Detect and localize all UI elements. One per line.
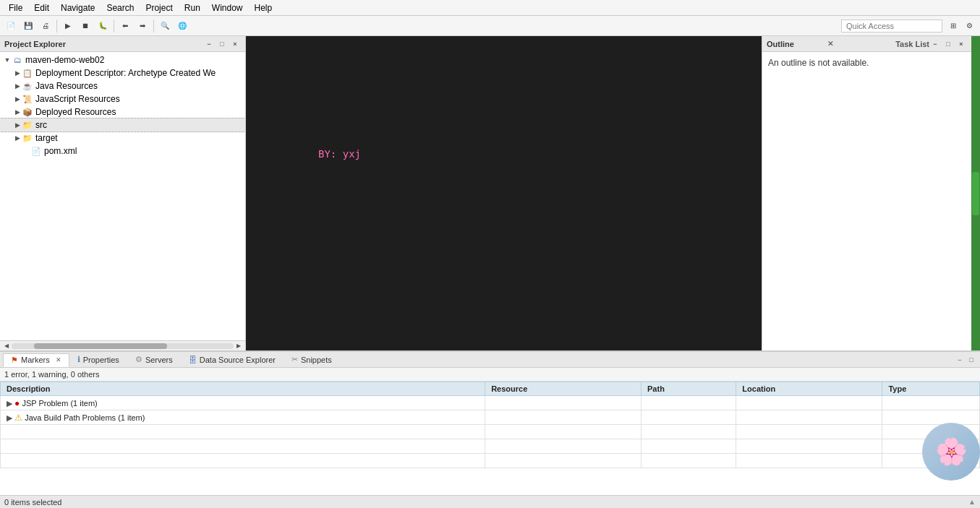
quick-access-input[interactable] [841, 20, 942, 33]
markers-close-icon[interactable]: ✕ [56, 356, 61, 363]
dd-icon: 📋 [22, 67, 33, 79]
jr-label: Java Resources [35, 81, 98, 91]
row2-path [642, 410, 736, 425]
task-list-tab[interactable]: Task List [895, 40, 929, 48]
toolbar-back[interactable]: ⬅ [117, 18, 133, 34]
warning-icon: ⚠ [14, 413, 22, 423]
close-outline[interactable]: × [955, 38, 967, 50]
main-area: Project Explorer − □ × ▼ 🗂 maven-demo-we… [0, 36, 980, 350]
table-row: ▶ ⚠ Java Build Path Problems (1 item) [1, 410, 980, 425]
toolbar-debug[interactable]: 🐛 [95, 18, 111, 34]
close-project-explorer[interactable]: × [229, 38, 241, 50]
project-explorer: Project Explorer − □ × ▼ 🗂 maven-demo-we… [0, 36, 246, 350]
editor-content[interactable]: BY: yxj [246, 36, 762, 350]
bottom-panel: ⚑ Markers ✕ ℹ Properties ⚙ Servers 🗄 Dat… [0, 350, 980, 495]
project-tree: ▼ 🗂 maven-demo-web02 ▶ 📋 Deployment Desc… [0, 52, 245, 340]
scroll-thumb[interactable] [34, 343, 167, 349]
maximize-project-explorer[interactable]: □ [216, 38, 228, 50]
tree-item-java-resources[interactable]: ▶ ☕ Java Resources [0, 79, 245, 92]
markers-header-row: Description Resource Path Location Type [1, 382, 980, 396]
tree-item-target[interactable]: ▶ 📁 target [0, 132, 245, 145]
toolbar-stop[interactable]: ⏹ [77, 18, 93, 34]
row2-resource [485, 410, 642, 425]
menu-search[interactable]: Search [101, 1, 140, 14]
avatar-decoration: 🌸 [922, 423, 980, 481]
pom-icon: 📄 [30, 145, 42, 157]
toolbar-forward[interactable]: ➡ [135, 18, 150, 34]
toolbar-print[interactable]: 🖨 [38, 18, 54, 34]
row1-location [736, 396, 882, 410]
toolbar-sep-2 [114, 20, 114, 33]
snippets-icon: ✂ [291, 355, 298, 364]
jr-icon: ☕ [22, 80, 33, 92]
bottom-minimize[interactable]: − [954, 354, 966, 366]
row2-expand[interactable]: ▶ [7, 413, 12, 422]
menu-navigate[interactable]: Navigate [55, 1, 101, 14]
scroll-left[interactable]: ◀ [1, 341, 12, 351]
dd-arrow: ▶ [13, 69, 22, 77]
col-path[interactable]: Path [642, 382, 736, 396]
project-icon: 🗂 [12, 54, 23, 66]
tab-properties[interactable]: ℹ Properties [69, 353, 127, 366]
tree-root[interactable]: ▼ 🗂 maven-demo-web02 [0, 53, 245, 66]
status-right: ▲ [968, 498, 976, 506]
col-description[interactable]: Description [1, 382, 485, 396]
tree-item-deployed-resources[interactable]: ▶ 📦 Deployed Resources [0, 106, 245, 119]
project-explorer-title: Project Explorer [4, 40, 203, 48]
tab-servers[interactable]: ⚙ Servers [127, 353, 181, 366]
toolbar-search[interactable]: 🔍 [157, 18, 173, 34]
menu-project[interactable]: Project [140, 1, 178, 14]
toolbar-perspectives[interactable]: ⊞ [945, 18, 961, 34]
empty-row-3 [1, 454, 980, 468]
scroll-track[interactable] [12, 343, 234, 349]
empty-row-2 [1, 439, 980, 454]
editor-area[interactable]: BY: yxj [246, 36, 762, 350]
tree-item-js-resources[interactable]: ▶ 📜 JavaScript Resources [0, 92, 245, 106]
row1-description[interactable]: ▶ ● JSP Problem (1 item) [1, 396, 485, 410]
tree-item-deployment-descriptor[interactable]: ▶ 📋 Deployment Descriptor: Archetype Cre… [0, 66, 245, 79]
markers-summary: 1 error, 1 warning, 0 others [0, 368, 980, 382]
menu-run[interactable]: Run [179, 1, 206, 14]
outline-header-btns: − □ × [929, 38, 967, 50]
row2-description[interactable]: ▶ ⚠ Java Build Path Problems (1 item) [1, 410, 485, 425]
jr-arrow: ▶ [13, 82, 22, 90]
tree-item-pom[interactable]: ▶ 📄 pom.xml [0, 145, 245, 158]
col-location[interactable]: Location [736, 382, 882, 396]
h-scrollbar[interactable]: ◀ ▶ [0, 340, 245, 350]
toolbar-globe[interactable]: 🌐 [174, 18, 190, 34]
toolbar-new[interactable]: 📄 [3, 18, 19, 34]
snippets-label: Snippets [301, 356, 332, 364]
tab-snippets[interactable]: ✂ Snippets [284, 353, 340, 366]
row1-resource [485, 396, 642, 410]
bottom-content: 1 error, 1 warning, 0 others Description… [0, 368, 980, 495]
properties-icon: ℹ [77, 355, 80, 364]
edge-indicator [972, 172, 979, 215]
markers-label: Markers [21, 356, 50, 364]
error-icon: ● [14, 398, 20, 408]
markers-tbody: ▶ ● JSP Problem (1 item) ▶ ⚠ Java Build … [1, 396, 980, 468]
toolbar-settings[interactable]: ⚙ [961, 18, 977, 34]
tree-item-src[interactable]: ▶ 📁 src [0, 119, 245, 132]
menu-edit[interactable]: Edit [28, 1, 55, 14]
menu-file[interactable]: File [3, 1, 28, 14]
menu-window[interactable]: Window [206, 1, 249, 14]
jsr-icon: 📜 [22, 93, 33, 105]
minimize-project-explorer[interactable]: − [203, 38, 215, 50]
datasource-label: Data Source Explorer [200, 356, 276, 364]
toolbar-save[interactable]: 💾 [20, 18, 36, 34]
outline-header: Outline ✕ Task List − □ × [762, 36, 971, 52]
toolbar-sep-3 [153, 20, 154, 33]
pom-label: pom.xml [44, 146, 77, 156]
minimize-outline[interactable]: − [929, 38, 941, 50]
tab-datasource[interactable]: 🗄 Data Source Explorer [181, 353, 284, 366]
maximize-outline[interactable]: □ [942, 38, 954, 50]
bottom-maximize[interactable]: □ [966, 354, 977, 366]
menu-help[interactable]: Help [249, 1, 278, 14]
jsr-arrow: ▶ [13, 95, 22, 103]
scroll-right[interactable]: ▶ [234, 341, 244, 351]
row1-expand[interactable]: ▶ [7, 399, 12, 408]
toolbar-run[interactable]: ▶ [60, 18, 76, 34]
tab-markers[interactable]: ⚑ Markers ✕ [3, 353, 69, 367]
col-type[interactable]: Type [882, 382, 980, 396]
col-resource[interactable]: Resource [485, 382, 642, 396]
